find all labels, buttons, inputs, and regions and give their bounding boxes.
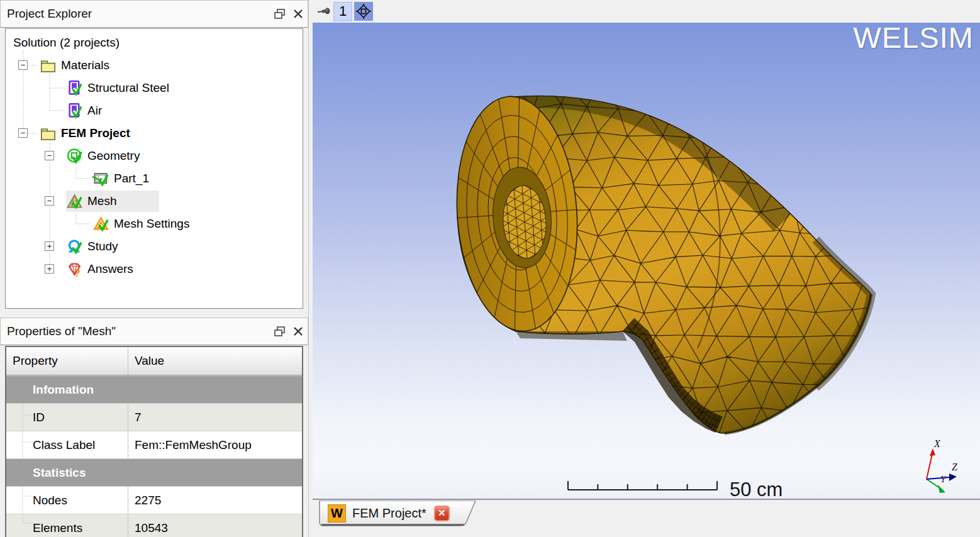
float-window-icon[interactable] [270,322,289,341]
tree-item-fem-project[interactable]: FEM Project [40,122,133,145]
scale-bar: 50 cm [568,479,782,499]
tree-item-label: FEM Project [61,126,133,140]
tree-item-label: Answers [87,262,136,276]
properties-title: Properties of "Mesh" [1,324,270,338]
viewport-tab-1[interactable]: 1 [333,2,352,21]
tree-expander-minus[interactable]: − [18,60,28,70]
3d-canvas[interactable]: WELSIM [313,23,980,500]
folder-icon [40,125,57,142]
tree-item-label: Study [87,240,121,253]
tree-expander-minus[interactable]: − [18,128,28,138]
property-value: Fem::FemMeshGroup [128,431,302,458]
project-explorer-title: Project Explorer [1,7,270,21]
properties-panel: Properties of "Mesh" PropertyValueInfoma… [0,318,308,537]
tree-expander-minus[interactable]: − [45,196,54,206]
tree-expander-minus[interactable]: − [45,151,54,160]
tree-item-answers[interactable]: ?Answers [66,258,136,280]
close-panel-icon[interactable] [289,4,308,23]
graphics-viewport: 1 WELSIM [313,0,980,537]
tree-item-air[interactable]: Air [66,99,104,122]
project-explorer-titlebar: Project Explorer [0,0,308,28]
svg-text:?: ? [74,268,81,279]
property-value: 2275 [128,487,302,514]
geometry-icon [66,148,83,165]
tree-item-root[interactable]: Solution (2 projects) [13,31,122,54]
property-value: 7 [128,404,302,431]
orientation-triad[interactable]: Y X Z [927,438,958,493]
section-row-infomation: Infomation [6,375,302,403]
section-row-statistics: Statistics [6,458,302,486]
axis-x-label: X [933,438,941,449]
document-tab-bar: W FEM Project* ✕ [313,500,980,537]
left-dock: Project Explorer Solution (2 projects)Ma… [0,0,309,537]
tree-item-mesh[interactable]: Mesh [66,190,159,213]
project-tree: Solution (2 projects)Materials−Structura… [5,28,303,309]
tree-item-label: Solution (2 projects) [13,36,122,50]
tree-item-label: Materials [61,58,112,72]
tree-item-label: Mesh Settings [114,217,192,231]
mesh-icon [66,193,83,210]
pin-icon[interactable] [315,2,333,21]
tree-item-label: Structural Steel [87,81,172,95]
folder-icon [40,57,57,74]
float-window-icon[interactable] [270,4,289,23]
property-row-elements: Elements10543 [6,514,302,537]
answers-icon: ? [66,261,83,278]
project-explorer-panel: Project Explorer Solution (2 projects)Ma… [0,0,308,313]
tree-item-structural-steel[interactable]: Structural Steel [66,77,172,99]
origin-crosshair-icon[interactable] [354,2,373,21]
close-panel-icon[interactable] [289,322,308,341]
mesh-settings-icon [92,216,109,233]
tree-item-geometry[interactable]: Geometry [66,145,142,167]
tree-item-label: Geometry [87,149,142,163]
part-icon [92,170,109,187]
tree-item-study[interactable]: Study [66,235,121,258]
material-icon [66,102,83,119]
axis-y-label: Y [940,474,947,484]
table-header-row: PropertyValue [6,347,302,375]
welsim-window: Project Explorer Solution (2 projects)Ma… [0,0,980,537]
property-row-id: ID7 [6,403,302,431]
tree-item-label: Air [87,104,104,118]
meshed-part-model: 50 cm Y X Z [313,23,980,499]
property-row-class-label: Class LabelFem::FemMeshGroup [6,431,302,458]
axis-z-label: Z [952,462,958,472]
table-branch-lines [6,347,44,537]
property-value: 10543 [128,514,302,537]
material-icon [66,80,83,97]
tree-expander-plus[interactable]: + [45,264,54,274]
tree-item-part-1[interactable]: Part_1 [92,167,152,190]
study-icon [66,238,83,255]
tree-item-mesh-settings[interactable]: Mesh Settings [92,213,192,235]
tree-item-materials[interactable]: Materials [40,54,112,77]
properties-titlebar: Properties of "Mesh" [0,318,308,345]
column-header-value[interactable]: Value [128,347,302,375]
document-tab-label: FEM Project* [352,506,426,521]
property-row-nodes: Nodes2275 [6,486,302,514]
tree-item-label: Mesh [87,194,119,208]
welsim-file-icon: W [328,504,346,523]
tree-expander-plus[interactable]: + [45,241,54,251]
close-tab-icon[interactable]: ✕ [434,506,450,521]
properties-table: PropertyValueInfomationID7Class LabelFem… [5,346,303,537]
scale-label: 50 cm [730,479,782,499]
tree-item-label: Part_1 [114,172,152,185]
document-tab-fem-project[interactable]: W FEM Project* ✕ [319,501,476,526]
